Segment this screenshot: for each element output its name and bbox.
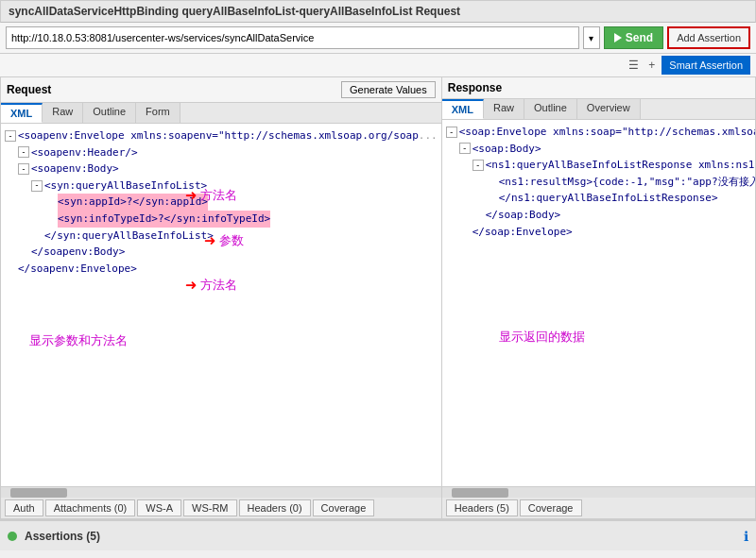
response-xml-area: - <soap:Envelope xmlns:soap="http://sche… bbox=[442, 120, 756, 498]
response-tabs: XML Raw Outline Overview bbox=[442, 99, 756, 120]
resp-tab-overview[interactable]: Overview bbox=[577, 99, 641, 119]
request-panel: Request Generate Values XML Raw Outline … bbox=[1, 77, 442, 519]
resp-xml-tag-2: <soap:Body> bbox=[472, 141, 541, 158]
resp-xml-tag-6: </soap:Body> bbox=[486, 207, 560, 224]
generate-values-button[interactable]: Generate Values bbox=[341, 81, 436, 98]
page-title: syncAllDataServiceHttpBinding queryAllBa… bbox=[9, 5, 460, 18]
response-xml-scroll[interactable]: - <soap:Envelope xmlns:soap="http://sche… bbox=[442, 120, 756, 486]
bottom-tab-coverage[interactable]: Coverage bbox=[313, 499, 375, 516]
smart-assertion-button[interactable]: Smart Assertion bbox=[662, 56, 750, 75]
add-assertion-label: Add Assertion bbox=[677, 32, 741, 43]
play-icon bbox=[614, 33, 622, 42]
annotation-show-params: 显示参数和方法名 bbox=[29, 331, 128, 351]
resp-tab-outline[interactable]: Outline bbox=[524, 99, 577, 119]
resp-xml-tag-5: </ns1:queryAllBaseInfoListResponse> bbox=[499, 190, 718, 207]
response-scrollbar[interactable] bbox=[442, 486, 756, 498]
tab-xml[interactable]: XML bbox=[1, 103, 43, 123]
resp-tab-xml[interactable]: XML bbox=[442, 99, 484, 119]
resp-tab-raw[interactable]: Raw bbox=[484, 99, 524, 119]
xml-tag-8: </soapenv:Body> bbox=[31, 244, 125, 261]
method-name-label-1: 方法名 bbox=[200, 186, 237, 206]
url-dropdown[interactable]: ▾ bbox=[583, 26, 600, 49]
bottom-tab-attachments[interactable]: Attachments (0) bbox=[45, 499, 136, 516]
resp-xml-line-4: + <ns1:resultMsg>{code:-1,"msg":"app?没有接… bbox=[486, 174, 756, 191]
xml-tag-2: <soapenv:Header/> bbox=[31, 144, 138, 161]
expand-icon-3[interactable]: - bbox=[18, 163, 29, 175]
response-bottom-tabs: Headers (5) Coverage bbox=[442, 498, 756, 519]
response-panel-title: Response bbox=[448, 81, 502, 94]
annotation-method-name-2: ➜ 方法名 bbox=[185, 270, 237, 300]
request-xml-scroll[interactable]: - <soapenv:Envelope xmlns:soapenv="http:… bbox=[1, 124, 441, 486]
info-icon[interactable]: ℹ bbox=[744, 529, 748, 544]
xml-line-6: + <syn:infoTypeId>?</syn:infoTypeId> bbox=[44, 211, 438, 228]
main-toolbar: ▾ Send Add Assertion bbox=[0, 23, 756, 54]
resp-xml-line-3: - <ns1:queryAllBaseInfoListResponse xmln… bbox=[472, 157, 756, 174]
icon-button-2[interactable]: + bbox=[645, 58, 658, 73]
request-panel-title: Request bbox=[7, 83, 51, 96]
secondary-toolbar: ☰ + Smart Assertion bbox=[0, 54, 756, 77]
main-content: Request Generate Values XML Raw Outline … bbox=[0, 77, 756, 550]
resp-xml-line-5: + </ns1:queryAllBaseInfoListResponse> bbox=[486, 190, 756, 207]
expand-icon-2[interactable]: - bbox=[18, 146, 29, 158]
request-xml-area: - <soapenv:Envelope xmlns:soapenv="http:… bbox=[1, 124, 441, 498]
send-label: Send bbox=[626, 31, 653, 44]
assertions-label: Assertions (5) bbox=[25, 530, 100, 543]
resp-xml-line-6: + </soap:Body> bbox=[472, 207, 756, 224]
bottom-tab-wsa[interactable]: WS-A bbox=[137, 499, 181, 516]
request-scrollbar[interactable] bbox=[1, 486, 441, 498]
resp-expand-2[interactable]: - bbox=[459, 143, 471, 154]
annotation-params: ➜ 参数 bbox=[204, 226, 244, 256]
smart-assertion-label: Smart Assertion bbox=[669, 59, 743, 71]
method-name-label-2: 方法名 bbox=[200, 276, 237, 296]
expand-icon-4[interactable]: - bbox=[31, 180, 43, 192]
bottom-tab-wsrm[interactable]: WS-RM bbox=[183, 499, 237, 516]
xml-tag-3: <soapenv:Body> bbox=[31, 161, 119, 178]
xml-tag-7: </syn:queryAllBaseInfoList> bbox=[44, 228, 214, 245]
response-scrollbar-thumb bbox=[452, 488, 508, 498]
xml-tag-9: </soapenv:Envelope> bbox=[18, 261, 137, 278]
xml-line-2: - <soapenv:Header/> bbox=[18, 144, 438, 161]
tab-form[interactable]: Form bbox=[136, 103, 180, 123]
xml-tag-6: <syn:infoTypeId>?</syn:infoTypeId> bbox=[58, 211, 270, 228]
add-assertion-button[interactable]: Add Assertion bbox=[667, 26, 750, 49]
response-panel: Response XML Raw Outline Overview - <soa… bbox=[442, 77, 756, 519]
xml-tag-4: <syn:queryAllBaseInfoList> bbox=[44, 178, 207, 194]
request-tabs: XML Raw Outline Form bbox=[1, 103, 441, 124]
request-bottom-tabs: Auth Attachments (0) WS-A WS-RM Headers … bbox=[1, 498, 441, 519]
resp-xml-tag-3: <ns1:queryAllBaseInfoListResponse xmlns:… bbox=[486, 157, 756, 174]
resp-xml-tag-7: </soap:Envelope> bbox=[472, 224, 573, 241]
resp-xml-line-7: + </soap:Envelope> bbox=[459, 224, 756, 241]
panels-row: Request Generate Values XML Raw Outline … bbox=[0, 77, 756, 520]
xml-line-5: + <syn:appId>?</syn:appId> bbox=[44, 194, 438, 211]
resp-xml-line-1: - <soap:Envelope xmlns:soap="http://sche… bbox=[446, 124, 756, 141]
resp-bottom-tab-coverage[interactable]: Coverage bbox=[520, 499, 582, 516]
annotation-method-name-1: ➜ 方法名 bbox=[185, 180, 237, 211]
resp-expand-1[interactable]: - bbox=[446, 127, 457, 138]
tab-raw[interactable]: Raw bbox=[43, 103, 83, 123]
params-label: 参数 bbox=[219, 231, 244, 251]
annotation-show-data: 显示返回的数据 bbox=[499, 328, 585, 347]
show-params-methods-label: 显示参数和方法名 bbox=[29, 333, 128, 347]
resp-xml-line-2: - <soap:Body> bbox=[459, 141, 756, 158]
xml-tag-1: <soapenv:Envelope xmlns:soapenv="http://… bbox=[18, 127, 438, 144]
title-bar: syncAllDataServiceHttpBinding queryAllBa… bbox=[0, 0, 756, 23]
expand-icon-1[interactable]: - bbox=[5, 130, 16, 142]
request-panel-header: Request Generate Values bbox=[1, 77, 441, 103]
xml-line-3: - <soapenv:Body> bbox=[18, 161, 438, 178]
url-input[interactable] bbox=[6, 26, 579, 49]
response-panel-header: Response bbox=[442, 77, 756, 99]
generate-values-label: Generate Values bbox=[350, 84, 427, 95]
icon-button-1[interactable]: ☰ bbox=[626, 58, 642, 73]
arrow-right-3: ➜ bbox=[185, 270, 197, 300]
bottom-tab-headers[interactable]: Headers (0) bbox=[239, 499, 311, 516]
send-button[interactable]: Send bbox=[604, 26, 663, 49]
bottom-tab-auth[interactable]: Auth bbox=[5, 499, 43, 516]
resp-bottom-tab-headers[interactable]: Headers (5) bbox=[446, 499, 518, 516]
tab-outline[interactable]: Outline bbox=[83, 103, 136, 123]
arrow-right-1: ➜ bbox=[185, 180, 197, 211]
arrow-right-2: ➜ bbox=[204, 226, 215, 256]
show-returned-data-label: 显示返回的数据 bbox=[499, 330, 585, 344]
resp-expand-3[interactable]: - bbox=[472, 160, 484, 171]
resp-xml-tag-1: <soap:Envelope xmlns:soap="http://schema… bbox=[459, 124, 756, 141]
request-scrollbar-thumb bbox=[10, 488, 67, 498]
